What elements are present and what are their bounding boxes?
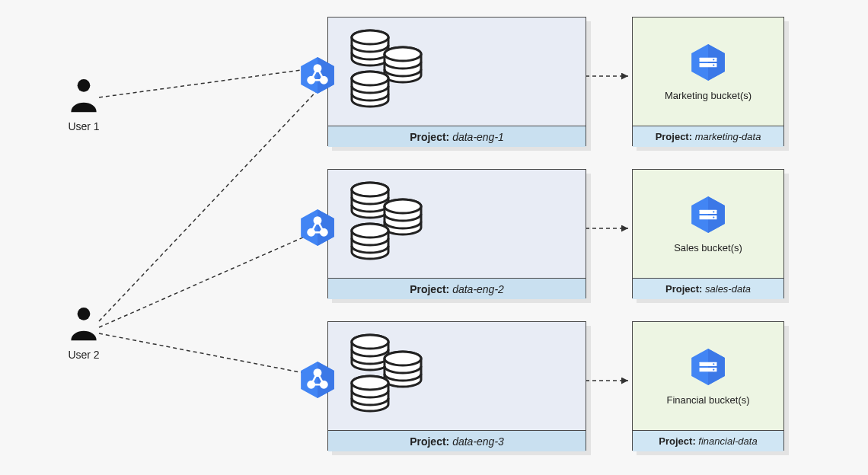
svg-point-18: [352, 72, 388, 85]
database-cluster-icon: [343, 27, 435, 120]
svg-line-2: [99, 228, 324, 327]
svg-point-27: [385, 199, 421, 213]
svg-marker-20: [318, 57, 334, 94]
user-node-1: User 1: [53, 76, 114, 132]
project-footer: Project: sales-data: [633, 278, 783, 299]
svg-point-51: [713, 64, 714, 65]
user-icon: [69, 330, 99, 343]
bucket-project-box-3: Financial bucket(s) Project: financial-d…: [632, 321, 784, 451]
svg-point-25: [352, 183, 388, 196]
svg-point-50: [713, 59, 714, 60]
cloud-storage-icon: [688, 347, 728, 387]
svg-point-10: [78, 79, 91, 92]
svg-marker-59: [708, 349, 725, 385]
svg-point-13: [352, 30, 388, 44]
user-icon: [69, 102, 99, 115]
svg-line-1: [99, 84, 324, 321]
svg-point-56: [713, 211, 714, 212]
svg-point-29: [352, 224, 388, 238]
project-footer: Project: data-eng-3: [328, 430, 586, 451]
user-label: User 2: [53, 349, 114, 361]
bucket-label: Sales bucket(s): [674, 242, 742, 253]
svg-marker-42: [318, 362, 334, 398]
dataproc-icon: [298, 360, 337, 400]
dataproc-icon: [298, 56, 337, 95]
project-footer: Project: marketing-data: [633, 126, 783, 147]
svg-marker-53: [708, 196, 725, 233]
bucket-project-box-1: Marketing bucket(s) Project: marketing-d…: [632, 17, 784, 146]
svg-point-16: [385, 47, 421, 61]
project-footer: Project: data-eng-2: [328, 278, 586, 299]
svg-point-38: [385, 352, 421, 365]
svg-point-62: [713, 363, 714, 365]
svg-marker-31: [318, 209, 334, 246]
svg-point-40: [352, 376, 388, 390]
svg-line-3: [99, 333, 324, 377]
user-node-2: User 2: [53, 304, 114, 361]
cloud-storage-icon: [688, 195, 728, 234]
bucket-label: Financial bucket(s): [666, 394, 749, 406]
database-cluster-icon: [343, 331, 435, 424]
svg-point-11: [78, 308, 91, 320]
dataproc-icon: [298, 208, 337, 247]
bucket-project-box-2: Sales bucket(s) Project: sales-data: [632, 169, 784, 298]
compute-project-box-2: Project: data-eng-2: [327, 169, 586, 298]
compute-project-box-1: Project: data-eng-1: [327, 17, 586, 146]
compute-project-box-3: Project: data-eng-3: [327, 321, 586, 451]
svg-point-36: [352, 335, 388, 349]
svg-point-57: [713, 216, 714, 218]
database-cluster-icon: [343, 179, 435, 272]
project-footer: Project: financial-data: [633, 430, 783, 451]
project-footer: Project: data-eng-1: [328, 126, 586, 147]
svg-point-63: [713, 368, 714, 370]
user-label: User 1: [53, 120, 114, 132]
svg-line-0: [99, 67, 324, 97]
bucket-label: Marketing bucket(s): [665, 90, 752, 101]
cloud-storage-icon: [688, 43, 728, 82]
svg-marker-47: [708, 44, 725, 81]
diagram-canvas: User 1 User 2: [0, 0, 868, 475]
